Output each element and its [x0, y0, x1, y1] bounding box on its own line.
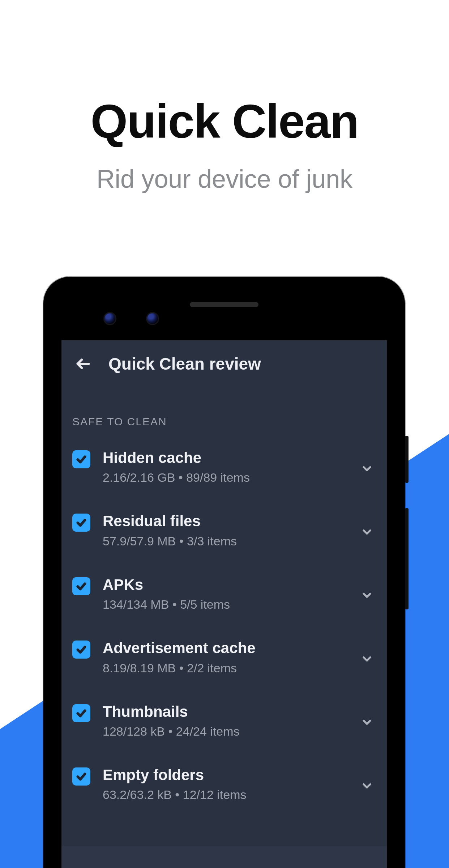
checkbox[interactable]	[72, 767, 90, 786]
app-bar: Quick Clean review	[61, 340, 387, 387]
row-subtitle: 2.16/2.16 GB • 89/89 items	[103, 471, 346, 485]
back-button[interactable]	[72, 353, 94, 375]
row-count: 5/5 items	[180, 597, 230, 611]
cleanup-row[interactable]: APKs134/134 MB • 5/5 items	[65, 562, 383, 625]
check-icon	[75, 453, 87, 465]
row-count: 24/24 items	[176, 724, 240, 738]
expand-button[interactable]	[358, 713, 376, 731]
row-content: Empty folders63.2/63.2 kB • 12/12 items	[103, 766, 346, 802]
row-size: 134/134 MB	[103, 597, 169, 611]
checkbox[interactable]	[72, 704, 90, 722]
cleanup-row[interactable]: Empty folders63.2/63.2 kB • 12/12 items	[65, 752, 383, 816]
row-separator: •	[169, 597, 180, 611]
row-content: Advertisement cache8.19/8.19 MB • 2/2 it…	[103, 639, 346, 675]
cleanup-row[interactable]: Thumbnails128/128 kB • 24/24 items	[65, 689, 383, 752]
chevron-down-icon	[360, 779, 373, 792]
app-screen: Quick Clean review SAFE TO CLEAN Hidden …	[61, 340, 387, 868]
expand-button[interactable]	[358, 650, 376, 668]
row-size: 57.9/57.9 MB	[103, 534, 176, 548]
phone-frame: Quick Clean review SAFE TO CLEAN Hidden …	[43, 277, 405, 868]
row-count: 12/12 items	[183, 788, 247, 801]
row-size: 128/128 kB	[103, 724, 165, 738]
bottom-panel	[61, 846, 387, 868]
check-icon	[75, 643, 87, 656]
check-icon	[75, 580, 87, 592]
arrow-left-icon	[75, 356, 91, 372]
row-title: Residual files	[103, 512, 346, 530]
row-count: 2/2 items	[187, 661, 237, 675]
cleanup-row[interactable]: Hidden cache2.16/2.16 GB • 89/89 items	[65, 435, 383, 498]
row-subtitle: 128/128 kB • 24/24 items	[103, 724, 346, 739]
phone-side-button-2	[405, 508, 409, 609]
row-count: 3/3 items	[187, 534, 237, 548]
clean-items-list: Hidden cache2.16/2.16 GB • 89/89 itemsRe…	[61, 435, 387, 816]
row-count: 89/89 items	[186, 471, 250, 484]
row-size: 2.16/2.16 GB	[103, 471, 175, 484]
phone-camera-2	[146, 312, 159, 325]
row-content: Hidden cache2.16/2.16 GB • 89/89 items	[103, 449, 346, 485]
page-title: Quick Clean review	[108, 354, 261, 374]
row-content: Residual files57.9/57.9 MB • 3/3 items	[103, 512, 346, 548]
row-separator: •	[176, 661, 187, 675]
row-separator: •	[172, 788, 183, 801]
row-separator: •	[176, 534, 187, 548]
row-title: Empty folders	[103, 766, 346, 784]
row-separator: •	[175, 471, 186, 484]
checkbox[interactable]	[72, 514, 90, 532]
check-icon	[75, 707, 87, 719]
row-title: Thumbnails	[103, 703, 346, 721]
check-icon	[75, 770, 87, 783]
expand-button[interactable]	[358, 586, 376, 604]
row-subtitle: 63.2/63.2 kB • 12/12 items	[103, 788, 346, 802]
row-subtitle: 57.9/57.9 MB • 3/3 items	[103, 534, 346, 548]
check-icon	[75, 516, 87, 529]
expand-button[interactable]	[358, 777, 376, 795]
row-subtitle: 134/134 MB • 5/5 items	[103, 597, 346, 612]
canvas: Quick Clean Rid your device of junk Quic…	[0, 0, 449, 868]
checkbox[interactable]	[72, 450, 90, 468]
section-label-safe-to-clean: SAFE TO CLEAN	[61, 387, 387, 435]
row-subtitle: 8.19/8.19 MB • 2/2 items	[103, 661, 346, 675]
phone-bezel: Quick Clean review SAFE TO CLEAN Hidden …	[49, 282, 399, 868]
phone-speaker	[190, 302, 258, 307]
chevron-down-icon	[360, 716, 373, 729]
row-title: Advertisement cache	[103, 639, 346, 657]
chevron-down-icon	[360, 589, 373, 602]
row-content: APKs134/134 MB • 5/5 items	[103, 576, 346, 612]
marketing-subhead: Rid your device of junk	[0, 165, 449, 193]
row-size: 8.19/8.19 MB	[103, 661, 176, 675]
chevron-down-icon	[360, 526, 373, 539]
expand-button[interactable]	[358, 523, 376, 541]
checkbox[interactable]	[72, 641, 90, 659]
row-separator: •	[165, 724, 176, 738]
chevron-down-icon	[360, 652, 373, 665]
row-title: APKs	[103, 576, 346, 594]
row-size: 63.2/63.2 kB	[103, 788, 172, 801]
phone-camera-1	[103, 312, 116, 325]
expand-button[interactable]	[358, 460, 376, 478]
cleanup-row[interactable]: Advertisement cache8.19/8.19 MB • 2/2 it…	[65, 625, 383, 689]
marketing-headline: Quick Clean	[0, 94, 449, 149]
row-content: Thumbnails128/128 kB • 24/24 items	[103, 703, 346, 739]
row-title: Hidden cache	[103, 449, 346, 467]
chevron-down-icon	[360, 462, 373, 475]
checkbox[interactable]	[72, 577, 90, 595]
phone-side-button-1	[405, 436, 409, 483]
cleanup-row[interactable]: Residual files57.9/57.9 MB • 3/3 items	[65, 498, 383, 562]
